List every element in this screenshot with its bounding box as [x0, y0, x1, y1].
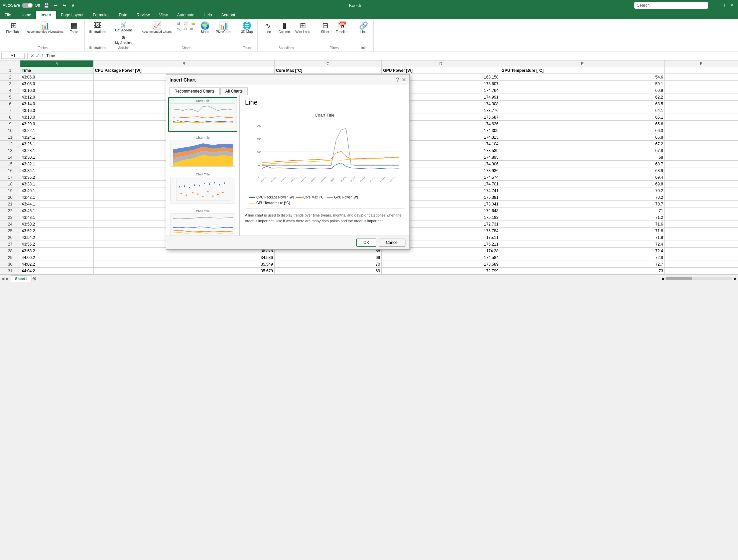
- cell[interactable]: 72.8: [500, 254, 665, 261]
- cell[interactable]: 43:42.1: [20, 194, 94, 201]
- cell[interactable]: 43:46.1: [20, 207, 94, 214]
- cell[interactable]: 43:40.1: [20, 187, 94, 194]
- cell[interactable]: 43:16.0: [20, 107, 94, 114]
- cell[interactable]: 54.6: [500, 74, 665, 81]
- dialog-help-button[interactable]: ?: [396, 77, 399, 83]
- chart-thumb-line2[interactable]: Chart Title: [168, 207, 237, 236]
- cell-f[interactable]: [664, 174, 738, 181]
- chart-thumb-line[interactable]: Chart Title: [168, 97, 237, 132]
- cell[interactable]: 65.6: [500, 121, 665, 127]
- cell-f[interactable]: [664, 161, 738, 167]
- maps-button[interactable]: 🌍 Maps: [198, 21, 213, 35]
- cell[interactable]: 71.9: [500, 234, 665, 241]
- cell[interactable]: 43:32.1: [20, 161, 94, 167]
- cell-f[interactable]: [664, 187, 738, 194]
- cell-f[interactable]: [664, 261, 738, 268]
- cell[interactable]: 71.2: [500, 214, 665, 221]
- cell[interactable]: 70: [274, 261, 382, 268]
- col-header-f[interactable]: F: [664, 60, 738, 67]
- search-input[interactable]: [634, 2, 708, 9]
- tab-acrobat[interactable]: Acrobat: [217, 11, 240, 19]
- tab-data[interactable]: Data: [114, 11, 132, 19]
- cell-e1[interactable]: GPU Temperature [°C]: [500, 67, 665, 74]
- horizontal-scrollbar[interactable]: [665, 277, 732, 280]
- cell-f[interactable]: [664, 241, 738, 248]
- cell-a1[interactable]: Time: [20, 67, 94, 74]
- cell[interactable]: 43:52.2: [20, 228, 94, 234]
- cell-c1[interactable]: Core Max [°C]: [274, 67, 382, 74]
- cell[interactable]: 172.799: [382, 268, 500, 274]
- recommended-charts-button[interactable]: 📈 Recommended Charts: [140, 21, 174, 35]
- cell-f[interactable]: [664, 221, 738, 228]
- timeline-button[interactable]: 📅 Timeline: [334, 21, 350, 35]
- cell-f[interactable]: [664, 74, 738, 81]
- dialog-tab-recommended[interactable]: Recommended Charts: [169, 87, 220, 95]
- cell-f[interactable]: [664, 214, 738, 221]
- cell[interactable]: 43:06.0: [20, 74, 94, 81]
- cell[interactable]: 60.9: [500, 87, 665, 94]
- cell-f1[interactable]: [664, 67, 738, 74]
- cell-f[interactable]: [664, 101, 738, 107]
- minimize-button[interactable]: —: [711, 2, 718, 9]
- cell-f[interactable]: [664, 127, 738, 134]
- cell-b1[interactable]: CPU Package Power [W]: [94, 67, 275, 74]
- insert-function-icon[interactable]: ƒ: [41, 53, 44, 58]
- cell[interactable]: 35.679: [94, 268, 275, 274]
- line-chart-button[interactable]: 📈: [182, 21, 189, 26]
- save-button[interactable]: 💾: [42, 2, 50, 9]
- winloss-sparkline-button[interactable]: ⊞ Win/ Loss: [293, 21, 312, 35]
- cell[interactable]: 68.9: [500, 167, 665, 174]
- cell[interactable]: 43:10.0: [20, 87, 94, 94]
- add-sheet-button[interactable]: ⊕: [32, 275, 36, 282]
- line-sparkline-button[interactable]: ∿ Line: [260, 21, 275, 35]
- autosave-toggle[interactable]: [22, 3, 33, 8]
- cell[interactable]: 67.8: [500, 147, 665, 154]
- cell[interactable]: 71: [500, 207, 665, 214]
- cell-f[interactable]: [664, 147, 738, 154]
- cell[interactable]: 71.8: [500, 228, 665, 234]
- cell[interactable]: 35.549: [94, 261, 275, 268]
- cell-d1[interactable]: GPU Power [W]: [382, 67, 500, 74]
- undo-button[interactable]: ↩: [52, 2, 59, 9]
- cell[interactable]: 68.7: [500, 161, 665, 167]
- my-addins-button[interactable]: ⊕ My Add-ins: [114, 33, 133, 45]
- table-button[interactable]: ▦ Table: [67, 21, 82, 35]
- illustrations-button[interactable]: 🖼 Illustrations: [87, 21, 108, 35]
- cell[interactable]: 43:22.1: [20, 127, 94, 134]
- tab-home[interactable]: Home: [16, 11, 36, 19]
- cell[interactable]: 43:20.0: [20, 121, 94, 127]
- dialog-tab-all[interactable]: All Charts: [220, 87, 248, 95]
- pivottable-button[interactable]: ⊞ PivotTable: [4, 21, 23, 35]
- col-header-b[interactable]: B: [94, 60, 275, 67]
- chart-thumb-stacked-area[interactable]: Chart Title: [168, 134, 237, 169]
- cell-f[interactable]: [664, 228, 738, 234]
- insert-chart-dialog[interactable]: Insert Chart ? ✕ Recommended Charts All …: [166, 74, 410, 250]
- tab-view[interactable]: View: [154, 11, 172, 19]
- cell-f[interactable]: [664, 167, 738, 174]
- scroll-right-arrow[interactable]: ▶: [734, 276, 737, 281]
- col-header-e[interactable]: E: [500, 60, 665, 67]
- cell[interactable]: 71.6: [500, 221, 665, 228]
- sheet-scroll-right[interactable]: ▶: [6, 276, 9, 281]
- pivotchart-button[interactable]: 📊 PivotChart: [214, 21, 234, 35]
- cell[interactable]: 69: [274, 268, 382, 274]
- dialog-cancel-button[interactable]: Cancel: [379, 239, 405, 247]
- tab-page-layout[interactable]: Page Layout: [56, 11, 88, 19]
- tab-automate[interactable]: Automate: [172, 11, 199, 19]
- dialog-ok-button[interactable]: OK: [356, 239, 376, 247]
- cell-f[interactable]: [664, 141, 738, 147]
- cell[interactable]: 59.1: [500, 81, 665, 87]
- close-button[interactable]: ✕: [729, 2, 735, 9]
- cancel-formula-icon[interactable]: ✕: [30, 53, 34, 58]
- cell[interactable]: 73: [500, 268, 665, 274]
- cell[interactable]: 69.8: [500, 181, 665, 187]
- more-actions-button[interactable]: ∨: [70, 2, 76, 9]
- scatter-chart-button[interactable]: ⬡: [182, 26, 188, 31]
- cell-f[interactable]: [664, 107, 738, 114]
- scrollbar-thumb[interactable]: [665, 277, 692, 280]
- tab-help[interactable]: Help: [199, 11, 217, 19]
- cell-f[interactable]: [664, 268, 738, 274]
- cell[interactable]: 34.536: [94, 254, 275, 261]
- cell[interactable]: 72.7: [500, 261, 665, 268]
- cell[interactable]: 66.8: [500, 134, 665, 141]
